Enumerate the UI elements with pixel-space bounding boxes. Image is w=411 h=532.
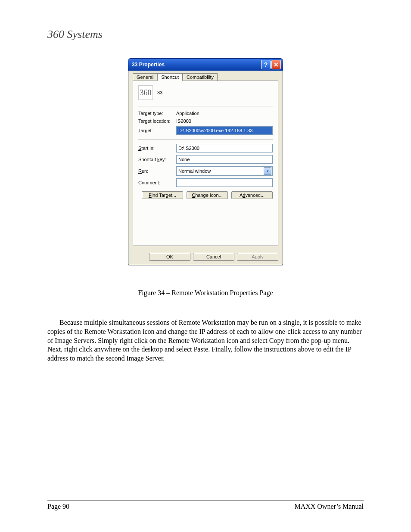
close-button[interactable]: ✕ <box>271 60 281 69</box>
tab-shortcut[interactable]: Shortcut <box>157 73 183 81</box>
run-select-value: Normal window <box>178 168 264 174</box>
tab-strip: General Shortcut Compatibility <box>133 73 278 81</box>
brand-logo: 360 Systems <box>47 28 103 41</box>
tab-general[interactable]: General <box>133 73 157 81</box>
shortcut-key-input[interactable] <box>176 155 273 164</box>
label-shortcut-key: Shortcut key: <box>138 157 173 162</box>
change-icon-button[interactable]: Change Icon... <box>187 191 228 199</box>
label-target-type: Target type: <box>138 111 173 116</box>
cancel-button[interactable]: Cancel <box>193 253 234 261</box>
divider <box>138 139 273 140</box>
label-run: Run: <box>138 168 173 174</box>
run-select[interactable]: Normal window ▾ <box>176 166 273 176</box>
close-icon: ✕ <box>274 62 279 68</box>
title-bar: 33 Properties ? ✕ <box>128 59 283 71</box>
body-paragraph: Because multiple simultaneous sessions o… <box>47 318 364 363</box>
advanced-button[interactable]: Advanced... <box>231 191 273 199</box>
label-comment: Comment: <box>138 180 173 185</box>
shortcut-panel: 360 33 Target type: Application Target l… <box>133 81 278 246</box>
start-in-input[interactable] <box>176 144 273 152</box>
ok-button[interactable]: OK <box>149 253 190 261</box>
page-footer: Page 90 MAXX Owner’s Manual <box>47 501 364 510</box>
properties-dialog: 33 Properties ? ✕ General Shortcut Compa… <box>128 58 283 265</box>
chevron-down-icon: ▾ <box>264 167 271 175</box>
figure-caption: Figure 34 – Remote Workstation Propertie… <box>47 289 364 297</box>
target-input[interactable] <box>176 126 273 135</box>
comment-input[interactable] <box>176 178 273 187</box>
value-target-type: Application <box>176 111 199 116</box>
shortcut-icon: 360 <box>138 85 153 100</box>
label-target: Target: <box>138 128 173 133</box>
label-start-in: Start in: <box>138 146 173 151</box>
value-target-location: IS2000 <box>176 118 191 124</box>
find-target-button[interactable]: Find Target... <box>142 191 183 199</box>
divider <box>138 106 273 106</box>
help-button[interactable]: ? <box>261 60 271 69</box>
label-target-location: Target location: <box>138 118 173 124</box>
footer-right: MAXX Owner’s Manual <box>294 503 364 510</box>
tab-compatibility[interactable]: Compatibility <box>183 73 218 81</box>
footer-left: Page 90 <box>47 503 69 510</box>
shortcut-name: 33 <box>157 90 162 95</box>
apply-button[interactable]: Apply <box>237 253 278 261</box>
window-title: 33 Properties <box>132 62 260 68</box>
